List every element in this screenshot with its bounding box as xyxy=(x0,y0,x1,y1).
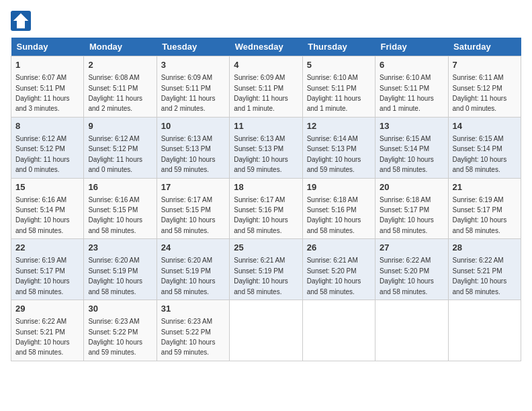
calendar-cell: 20Sunrise: 6:18 AMSunset: 5:17 PMDayligh… xyxy=(375,178,448,239)
day-number: 23 xyxy=(88,242,152,254)
calendar-cell: 7Sunrise: 6:11 AMSunset: 5:12 PMDaylight… xyxy=(448,56,521,118)
day-number: 27 xyxy=(380,242,443,254)
day-info: Sunrise: 6:12 AMSunset: 5:12 PMDaylight:… xyxy=(15,135,70,173)
calendar-cell: 13Sunrise: 6:15 AMSunset: 5:14 PMDayligh… xyxy=(375,117,448,178)
day-number: 5 xyxy=(307,59,371,71)
calendar-cell xyxy=(302,300,375,361)
day-info: Sunrise: 6:23 AMSunset: 5:22 PMDaylight:… xyxy=(161,318,216,356)
calendar-cell: 18Sunrise: 6:17 AMSunset: 5:16 PMDayligh… xyxy=(230,178,302,239)
calendar-cell: 17Sunrise: 6:17 AMSunset: 5:15 PMDayligh… xyxy=(157,178,229,239)
day-number: 21 xyxy=(453,181,517,193)
weekday-header: Tuesday xyxy=(157,38,229,56)
day-info: Sunrise: 6:15 AMSunset: 5:14 PMDaylight:… xyxy=(380,135,434,173)
day-info: Sunrise: 6:15 AMSunset: 5:14 PMDaylight:… xyxy=(453,135,507,173)
day-info: Sunrise: 6:08 AMSunset: 5:11 PMDaylight:… xyxy=(88,74,142,112)
day-number: 30 xyxy=(88,303,152,315)
day-info: Sunrise: 6:20 AMSunset: 5:19 PMDaylight:… xyxy=(88,257,142,295)
day-number: 4 xyxy=(234,59,298,71)
calendar-header: SundayMondayTuesdayWednesdayThursdayFrid… xyxy=(11,38,521,56)
calendar-cell: 24Sunrise: 6:20 AMSunset: 5:19 PMDayligh… xyxy=(157,239,229,300)
day-info: Sunrise: 6:22 AMSunset: 5:21 PMDaylight:… xyxy=(15,318,70,356)
weekday-header: Sunday xyxy=(11,38,84,56)
day-number: 13 xyxy=(380,120,443,132)
calendar-cell xyxy=(448,300,521,361)
calendar-cell: 22Sunrise: 6:19 AMSunset: 5:17 PMDayligh… xyxy=(11,239,84,300)
calendar-cell: 6Sunrise: 6:10 AMSunset: 5:11 PMDaylight… xyxy=(375,56,448,118)
calendar-cell: 8Sunrise: 6:12 AMSunset: 5:12 PMDaylight… xyxy=(11,117,84,178)
calendar-table: SundayMondayTuesdayWednesdayThursdayFrid… xyxy=(11,38,521,361)
day-info: Sunrise: 6:21 AMSunset: 5:20 PMDaylight:… xyxy=(307,257,361,295)
calendar-cell: 23Sunrise: 6:20 AMSunset: 5:19 PMDayligh… xyxy=(84,239,157,300)
day-number: 29 xyxy=(15,303,79,315)
calendar-cell: 5Sunrise: 6:10 AMSunset: 5:11 PMDaylight… xyxy=(302,56,375,118)
calendar-cell: 12Sunrise: 6:14 AMSunset: 5:13 PMDayligh… xyxy=(302,117,375,178)
calendar-cell xyxy=(230,300,302,361)
day-number: 10 xyxy=(161,120,225,132)
day-info: Sunrise: 6:22 AMSunset: 5:20 PMDaylight:… xyxy=(380,257,434,295)
weekday-header: Wednesday xyxy=(230,38,302,56)
day-info: Sunrise: 6:17 AMSunset: 5:16 PMDaylight:… xyxy=(234,196,288,234)
day-number: 16 xyxy=(88,181,152,193)
day-number: 19 xyxy=(307,181,371,193)
calendar-cell: 3Sunrise: 6:09 AMSunset: 5:11 PMDaylight… xyxy=(157,56,229,118)
calendar-cell: 29Sunrise: 6:22 AMSunset: 5:21 PMDayligh… xyxy=(11,300,84,361)
day-number: 8 xyxy=(15,120,79,132)
day-number: 14 xyxy=(453,120,517,132)
page-header xyxy=(11,11,521,31)
day-info: Sunrise: 6:16 AMSunset: 5:14 PMDaylight:… xyxy=(15,196,70,234)
day-info: Sunrise: 6:22 AMSunset: 5:21 PMDaylight:… xyxy=(453,257,507,295)
day-info: Sunrise: 6:23 AMSunset: 5:22 PMDaylight:… xyxy=(88,318,142,356)
calendar-cell xyxy=(375,300,448,361)
day-number: 20 xyxy=(380,181,443,193)
calendar-cell: 1Sunrise: 6:07 AMSunset: 5:11 PMDaylight… xyxy=(11,56,84,118)
day-number: 2 xyxy=(88,59,152,71)
day-info: Sunrise: 6:21 AMSunset: 5:19 PMDaylight:… xyxy=(234,257,288,295)
calendar-week: 1Sunrise: 6:07 AMSunset: 5:11 PMDaylight… xyxy=(11,56,521,118)
weekday-header: Monday xyxy=(84,38,157,56)
day-number: 6 xyxy=(380,59,443,71)
calendar-cell: 11Sunrise: 6:13 AMSunset: 5:13 PMDayligh… xyxy=(230,117,302,178)
day-number: 31 xyxy=(161,303,225,315)
logo xyxy=(11,11,34,31)
day-info: Sunrise: 6:18 AMSunset: 5:17 PMDaylight:… xyxy=(380,196,434,234)
day-info: Sunrise: 6:20 AMSunset: 5:19 PMDaylight:… xyxy=(161,257,216,295)
day-info: Sunrise: 6:17 AMSunset: 5:15 PMDaylight:… xyxy=(161,196,216,234)
calendar-cell: 15Sunrise: 6:16 AMSunset: 5:14 PMDayligh… xyxy=(11,178,84,239)
weekday-header: Friday xyxy=(375,38,448,56)
calendar-cell: 19Sunrise: 6:18 AMSunset: 5:16 PMDayligh… xyxy=(302,178,375,239)
calendar-cell: 30Sunrise: 6:23 AMSunset: 5:22 PMDayligh… xyxy=(84,300,157,361)
day-number: 25 xyxy=(234,242,298,254)
day-number: 18 xyxy=(234,181,298,193)
calendar-cell: 21Sunrise: 6:19 AMSunset: 5:17 PMDayligh… xyxy=(448,178,521,239)
day-info: Sunrise: 6:16 AMSunset: 5:15 PMDaylight:… xyxy=(88,196,142,234)
calendar-week: 22Sunrise: 6:19 AMSunset: 5:17 PMDayligh… xyxy=(11,239,521,300)
day-info: Sunrise: 6:13 AMSunset: 5:13 PMDaylight:… xyxy=(234,135,288,173)
calendar-cell: 16Sunrise: 6:16 AMSunset: 5:15 PMDayligh… xyxy=(84,178,157,239)
calendar-week: 8Sunrise: 6:12 AMSunset: 5:12 PMDaylight… xyxy=(11,117,521,178)
calendar-cell: 26Sunrise: 6:21 AMSunset: 5:20 PMDayligh… xyxy=(302,239,375,300)
day-info: Sunrise: 6:10 AMSunset: 5:11 PMDaylight:… xyxy=(307,74,361,112)
day-number: 28 xyxy=(453,242,517,254)
day-number: 11 xyxy=(234,120,298,132)
day-number: 12 xyxy=(307,120,371,132)
day-info: Sunrise: 6:09 AMSunset: 5:11 PMDaylight:… xyxy=(161,74,216,112)
logo-icon xyxy=(11,11,31,31)
day-number: 26 xyxy=(307,242,371,254)
calendar-cell: 14Sunrise: 6:15 AMSunset: 5:14 PMDayligh… xyxy=(448,117,521,178)
day-info: Sunrise: 6:19 AMSunset: 5:17 PMDaylight:… xyxy=(453,196,507,234)
calendar-week: 29Sunrise: 6:22 AMSunset: 5:21 PMDayligh… xyxy=(11,300,521,361)
day-number: 15 xyxy=(15,181,79,193)
calendar-cell: 31Sunrise: 6:23 AMSunset: 5:22 PMDayligh… xyxy=(157,300,229,361)
day-info: Sunrise: 6:07 AMSunset: 5:11 PMDaylight:… xyxy=(15,74,70,112)
day-info: Sunrise: 6:11 AMSunset: 5:12 PMDaylight:… xyxy=(453,74,507,112)
calendar-cell: 25Sunrise: 6:21 AMSunset: 5:19 PMDayligh… xyxy=(230,239,302,300)
day-number: 7 xyxy=(453,59,517,71)
calendar-cell: 2Sunrise: 6:08 AMSunset: 5:11 PMDaylight… xyxy=(84,56,157,118)
calendar-cell: 27Sunrise: 6:22 AMSunset: 5:20 PMDayligh… xyxy=(375,239,448,300)
day-info: Sunrise: 6:10 AMSunset: 5:11 PMDaylight:… xyxy=(380,74,434,112)
weekday-header: Saturday xyxy=(448,38,521,56)
day-number: 24 xyxy=(161,242,225,254)
day-info: Sunrise: 6:14 AMSunset: 5:13 PMDaylight:… xyxy=(307,135,361,173)
weekday-header: Thursday xyxy=(302,38,375,56)
day-number: 3 xyxy=(161,59,225,71)
